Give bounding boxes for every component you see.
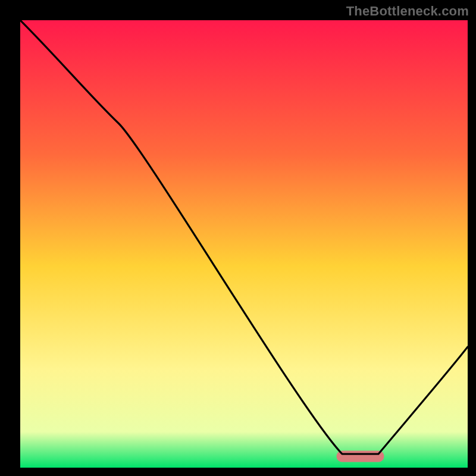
gradient-background — [20, 20, 468, 468]
chart-frame: TheBottleneck.com — [0, 0, 476, 476]
chart-svg — [20, 20, 468, 468]
watermark-text: TheBottleneck.com — [346, 4, 469, 19]
plot-area — [20, 20, 468, 468]
